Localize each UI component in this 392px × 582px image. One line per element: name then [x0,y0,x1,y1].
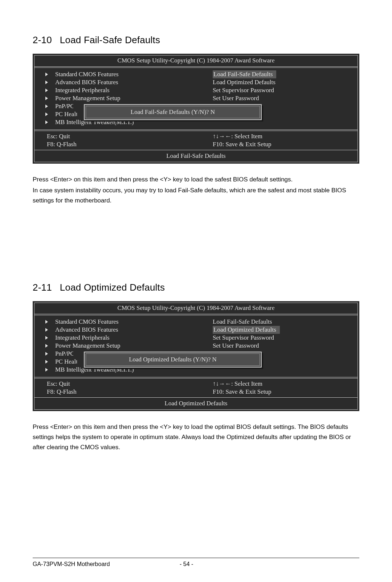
bios-hints: Esc: Quit F8: Q-Flash ↑↓→←: Select Item … [34,131,358,150]
hint-arrows: ↑↓→←: Select Item [196,380,358,388]
triangle-icon [45,320,48,324]
dialog-text: Load Optimized Defaults (Y/N)? N [86,353,260,366]
bios-menu-item[interactable]: Set User Password [196,95,358,103]
bios-screenshot-2: CMOS Setup Utility-Copyright (C) 1984-20… [33,301,359,411]
triangle-icon [45,344,48,348]
bios-menu-item[interactable]: Power Management Setup [34,95,196,103]
triangle-icon [45,336,48,340]
hint-esc: Esc: Quit [34,132,196,140]
bios-title: CMOS Setup Utility-Copyright (C) 1984-20… [34,56,358,66]
triangle-icon [45,104,48,108]
section-heading-2: 2-11Load Optimized Defaults [33,282,359,293]
footer-model: GA-73PVM-S2H Motherboard [33,561,180,567]
bios-menu-item[interactable]: Integrated Peripherals [34,87,196,95]
triangle-icon [45,360,48,364]
body-paragraph: Press <Enter> on this item and then pres… [33,175,359,185]
bios-menu-item[interactable]: Load Optimized Defaults [196,79,358,87]
bios-hints: Esc: Quit F8: Q-Flash ↑↓→←: Select Item … [34,378,358,397]
triangle-icon [45,368,48,372]
triangle-icon [45,97,48,100]
hint-f8: F8: Q-Flash [34,388,196,396]
bios-menu-item[interactable]: Integrated Peripherals [34,334,196,342]
bios-menu: Standard CMOS Features Advanced BIOS Fea… [34,68,358,130]
triangle-icon [45,89,48,92]
triangle-icon [45,328,48,332]
section-number: 2-10 [33,34,52,45]
bios-menu-item[interactable]: Set Supervisor Password [196,334,358,342]
bios-menu-item[interactable]: Standard CMOS Features [34,318,196,326]
bios-menu-item[interactable]: Standard CMOS Features [34,71,196,79]
section-title: Load Optimized Defaults [60,282,165,293]
hint-f10: F10: Save & Exit Setup [196,140,358,148]
bios-menu-item[interactable]: Set Supervisor Password [196,87,358,95]
dialog-text: Load Fail-Safe Defaults (Y/N)? N [86,106,260,118]
bios-footer: Load Fail-Safe Defaults [34,150,358,162]
bios-menu: Standard CMOS Features Advanced BIOS Fea… [34,315,358,377]
triangle-icon [45,81,48,84]
hint-esc: Esc: Quit [34,380,196,388]
body-paragraph: In case system instability occurs, you m… [33,185,359,206]
hint-f10: F10: Save & Exit Setup [196,388,358,396]
bios-confirm-dialog[interactable]: Load Optimized Defaults (Y/N)? N [84,352,262,368]
bios-menu-item[interactable]: Advanced BIOS Features [34,326,196,334]
bios-screenshot-1: CMOS Setup Utility-Copyright (C) 1984-20… [33,54,359,164]
section-title: Load Fail-Safe Defaults [60,34,160,45]
body-paragraph: Press <Enter> on this item and then pres… [33,422,359,452]
section-heading-1: 2-10Load Fail-Safe Defaults [33,34,359,46]
hint-arrows: ↑↓→←: Select Item [196,132,358,140]
bios-menu-item[interactable]: Set User Password [196,342,358,350]
bios-footer: Load Optimized Defaults [34,398,358,409]
bios-confirm-dialog[interactable]: Load Fail-Safe Defaults (Y/N)? N [84,104,262,120]
bios-menu-item[interactable]: Power Management Setup [34,342,196,350]
hint-f8: F8: Q-Flash [34,140,196,148]
bios-title: CMOS Setup Utility-Copyright (C) 1984-20… [34,303,358,314]
section-number: 2-11 [33,282,52,293]
bios-menu-item[interactable]: Load Fail-Safe Defaults [196,71,358,79]
bios-menu-item[interactable]: Load Fail-Safe Defaults [196,318,358,326]
triangle-icon [45,120,48,124]
triangle-icon [45,73,48,76]
triangle-icon [45,112,48,116]
footer-page: - 54 - [180,561,193,567]
triangle-icon [45,352,48,356]
bios-menu-item[interactable]: Advanced BIOS Features [34,79,196,87]
bios-menu-item[interactable]: Load Optimized Defaults [196,326,358,334]
page-footer: GA-73PVM-S2H Motherboard - 54 - [33,558,359,567]
